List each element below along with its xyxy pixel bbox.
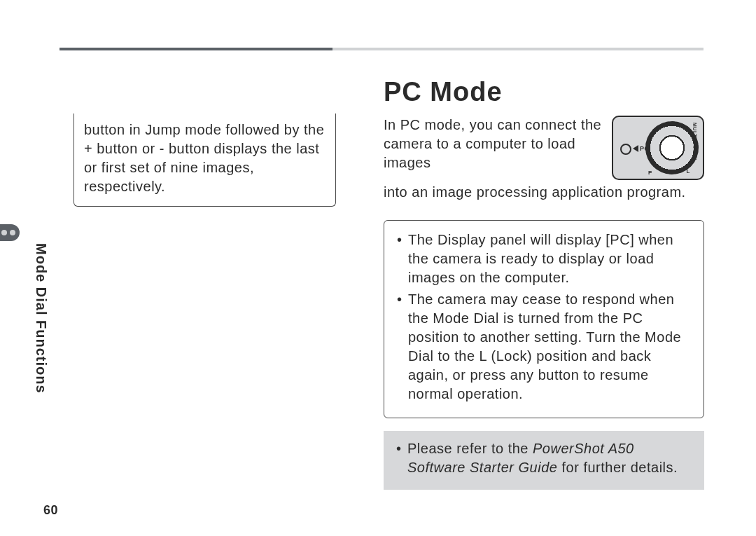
tab-dot (1, 230, 7, 235)
header-rule-dark (59, 48, 332, 50)
dial-label-play: PLAY (692, 146, 697, 160)
header-rule-light (332, 48, 704, 50)
dial-label-l: L (687, 168, 690, 174)
dial-wheel-icon (645, 121, 699, 174)
dial-label-multi: MULTI (692, 123, 697, 139)
info-box: The Display panel will display [PC] when… (384, 220, 704, 418)
note-item: Please refer to the PowerShot A50 Softwa… (407, 439, 693, 477)
bullet-item: The camera may cease to respond when the… (408, 290, 692, 404)
intro-text-part1: In PC mode, you can connect the camera t… (384, 116, 602, 172)
thumb-tab (0, 224, 20, 241)
page-title: PC Mode (384, 77, 704, 107)
manual-page: Mode Dial Functions 60 button in Jump mo… (0, 0, 756, 536)
right-column: PC Mode In PC mode, you can connect the … (384, 77, 704, 490)
page-number: 60 (43, 503, 58, 518)
bullet-item: The Display panel will display [PC] when… (408, 231, 692, 287)
dial-label-p: P (648, 170, 652, 176)
note-box: Please refer to the PowerShot A50 Softwa… (384, 431, 704, 490)
mode-dial-illustration: PC MULTI PLAY L P (612, 116, 704, 180)
tab-dot (10, 230, 15, 235)
intro-text-part2: into an image processing application pro… (384, 183, 704, 202)
continuation-box: button in Jump mode followed by the + bu… (74, 114, 336, 207)
note-suffix: for further details. (557, 460, 678, 475)
dial-led-icon (620, 144, 631, 155)
section-side-label: Mode Dial Functions (33, 243, 49, 394)
note-prefix: Please refer to the (407, 441, 533, 456)
dial-pointer-icon (633, 145, 638, 152)
continuation-text: button in Jump mode followed by the + bu… (84, 122, 324, 194)
left-column: button in Jump mode followed by the + bu… (74, 114, 336, 207)
